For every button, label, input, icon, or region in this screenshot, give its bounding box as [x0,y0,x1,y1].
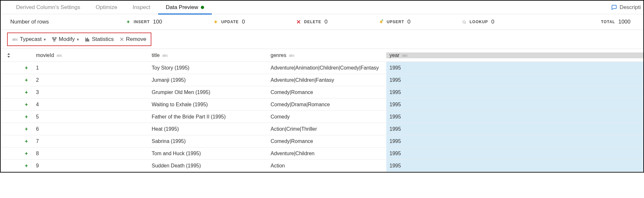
stat-label: TOTAL [601,20,615,24]
svg-line-1 [465,23,466,24]
statistics-button[interactable]: Statistics [85,36,114,42]
cell-title: Jumanji (1995) [152,77,271,83]
button-label: Modify [59,36,75,42]
row-expand-icon[interactable]: + [17,77,36,83]
cell-movieid: 7 [36,138,152,144]
row-expand-icon[interactable]: + [17,126,36,132]
row-expand-icon[interactable]: + [17,151,36,156]
column-label: title [152,52,160,58]
cell-title: Waiting to Exhale (1995) [152,102,271,108]
tab-optimize[interactable]: Optimize [88,1,125,14]
close-icon [120,37,124,42]
column-toolbar-row: abc Typecast ▾ Modify ▾ Statistics Remov… [1,30,643,49]
row-expand-icon[interactable]: + [17,102,36,108]
typecast-button[interactable]: abc Typecast ▾ [12,36,46,42]
type-icon: abc [289,53,295,57]
column-label: movieId [36,52,54,58]
table-row[interactable]: +7Sabrina (1995)Comedy|Romance1995 [1,135,643,147]
star-icon: ✶ [213,20,218,24]
table-row[interactable]: +2Jumanji (1995)Adventure|Children|Fanta… [1,74,643,86]
row-expand-icon[interactable]: + [17,114,36,120]
row-expand-icon[interactable]: + [17,163,36,169]
cell-genres: Comedy|Romance [271,138,386,144]
stat-upsert: ✶+ UPSERT 0 [379,19,410,25]
table-row[interactable]: +3Grumpier Old Men (1995)Comedy|Romance1… [1,86,643,99]
cell-year: 1995 [386,62,643,74]
row-expand-icon[interactable]: + [17,65,36,71]
cell-year: 1995 [386,111,643,123]
stat-label: INSERT [134,20,150,24]
stat-value: 0 [325,19,327,25]
row-expand-icon[interactable]: + [17,138,36,144]
cell-movieid: 1 [36,65,152,71]
stat-insert: + INSERT 100 [126,19,162,25]
cell-title: Tom and Huck (1995) [152,151,271,156]
description-label: Descripti [620,4,641,11]
stat-update: ✶ UPDATE 0 [213,19,245,25]
data-table: movieId abc title abc genres abc year ab… [1,49,643,172]
modify-button[interactable]: Modify ▾ [52,36,79,42]
column-toolbar: abc Typecast ▾ Modify ▾ Statistics Remov… [7,33,151,46]
table-row[interactable]: +8Tom and Huck (1995)Adventure|Children1… [1,147,643,160]
sort-control[interactable] [1,53,17,58]
modify-icon [52,37,57,42]
tab-label: Data Preview [166,1,198,14]
column-header-year[interactable]: year abc [386,52,643,58]
cell-movieid: 9 [36,163,152,169]
cell-year: 1995 [386,147,643,159]
tab-inspect[interactable]: Inspect [125,1,158,14]
tab-label: Derived Column's Settings [16,1,80,14]
stat-value: 100 [153,19,162,25]
svg-rect-6 [87,38,88,41]
cell-genres: Adventure|Children|Fantasy [271,77,386,83]
svg-rect-3 [55,37,56,39]
cell-title: Heat (1995) [152,126,271,132]
cell-genres: Adventure|Children [271,151,386,156]
button-label: Remove [126,36,146,42]
cell-movieid: 6 [36,126,152,132]
remove-button[interactable]: Remove [120,36,146,42]
cell-year: 1995 [386,74,643,86]
upsert-icon: ✶+ [379,20,383,24]
table-row[interactable]: +1Toy Story (1995)Adventure|Animation|Ch… [1,62,643,74]
cell-movieid: 2 [36,77,152,83]
cell-title: Grumpier Old Men (1995) [152,90,271,95]
cell-year: 1995 [386,99,643,110]
table-row[interactable]: +6Heat (1995)Action|Crime|Thriller1995 [1,123,643,135]
table-row[interactable]: +4Waiting to Exhale (1995)Comedy|Drama|R… [1,99,643,111]
button-label: Statistics [92,36,114,42]
stat-value: 1000 [618,19,631,25]
column-header-movieid[interactable]: movieId abc [36,52,152,58]
svg-rect-5 [86,39,87,41]
cell-title: Sabrina (1995) [152,138,271,144]
column-label: year [389,52,399,58]
cell-title: Sudden Death (1995) [152,163,271,169]
cell-year: 1995 [386,160,643,172]
cell-movieid: 5 [36,114,152,120]
row-expand-icon[interactable]: + [17,90,36,95]
table-row[interactable]: +5Father of the Bride Part II (1995)Come… [1,111,643,123]
cell-genres: Comedy|Drama|Romance [271,102,386,108]
abc-icon: abc [12,37,18,41]
cell-genres: Action [271,163,386,169]
description-link[interactable]: Descripti [611,4,643,11]
column-header-title[interactable]: title abc [152,52,271,58]
stat-value: 0 [407,19,410,25]
stat-label: UPSERT [387,20,404,24]
x-icon: ✕ [296,20,301,24]
tab-derived-column-settings[interactable]: Derived Column's Settings [8,1,88,14]
table-row[interactable]: +9Sudden Death (1995)Action1995 [1,160,643,172]
svg-rect-4 [54,40,55,41]
search-icon [462,20,466,24]
svg-rect-2 [52,37,54,39]
column-header-genres[interactable]: genres abc [271,52,386,58]
tab-bar: Derived Column's Settings Optimize Inspe… [1,1,643,14]
svg-rect-7 [88,40,89,41]
row-stats-bar: Number of rows + INSERT 100 ✶ UPDATE 0 ✕… [1,14,643,30]
table-header-row: movieId abc title abc genres abc year ab… [1,49,643,62]
cell-movieid: 4 [36,102,152,108]
statistics-icon [85,37,90,42]
comment-icon [611,5,617,10]
tab-data-preview[interactable]: Data Preview [158,1,212,14]
active-indicator-icon [201,6,204,9]
